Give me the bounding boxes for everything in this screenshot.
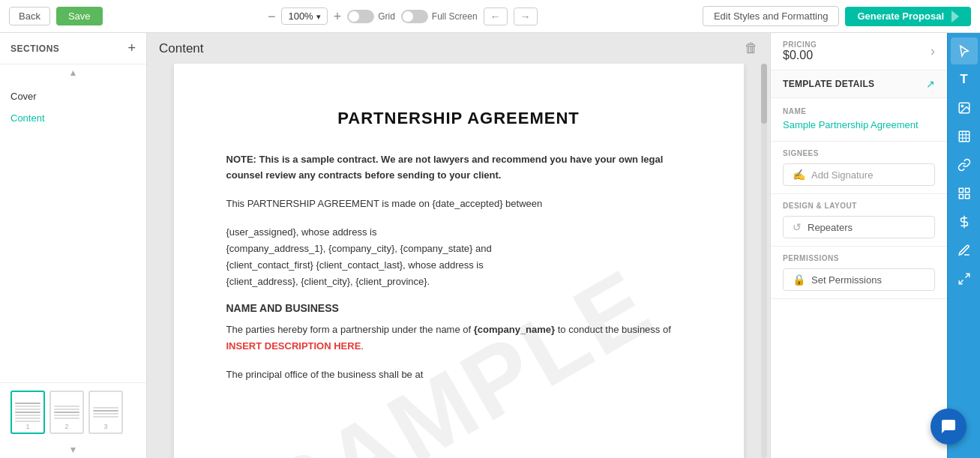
svg-rect-10 — [959, 195, 963, 199]
pricing-expand-icon — [931, 43, 935, 59]
text-icon: T — [960, 72, 967, 87]
toolbar-right: Edit Styles and Formatting Generate Prop… — [703, 6, 971, 26]
pricing-label: PRICING — [783, 40, 817, 49]
svg-point-1 — [961, 105, 963, 106]
grid-label: Grid — [378, 11, 395, 22]
navigate-forward-button[interactable]: → — [514, 7, 538, 25]
content-header: Content 🗑 — [147, 33, 770, 64]
svg-rect-7 — [959, 188, 963, 192]
lock-icon: 🔒 — [793, 274, 805, 286]
content-area: Content 🗑 SAMPLE PARTNERSHIP AGREEMENT N… — [147, 33, 770, 458]
expand-icon-btn[interactable] — [951, 265, 978, 292]
page-thumb-2[interactable]: 2 — [49, 391, 84, 434]
sidebar-left: SECTIONS + ▲ Cover Content 1 — [0, 33, 147, 458]
signees-section: SIGNEES ✍ Add Signature — [771, 142, 947, 194]
cursor-icon-btn[interactable] — [951, 37, 978, 64]
permissions-section: PERMISSIONS 🔒 Set Permissions — [771, 247, 947, 299]
page-thumbnails: 1 2 3 — [0, 382, 146, 442]
generate-label: Generate Proposal — [857, 10, 944, 22]
thumb-num-1: 1 — [25, 423, 29, 430]
svg-rect-2 — [959, 131, 970, 142]
generate-proposal-button[interactable]: Generate Proposal — [845, 7, 971, 26]
chat-bubble-button[interactable] — [931, 409, 967, 445]
edit-styles-button[interactable]: Edit Styles and Formatting — [703, 6, 839, 26]
page-thumb-1[interactable]: 1 — [10, 391, 45, 434]
name-value: Sample Partnership Agreement — [783, 118, 935, 132]
grid-toggle-group: Grid — [347, 10, 395, 23]
add-section-button[interactable]: + — [127, 40, 136, 56]
generate-arrow-icon — [952, 10, 959, 22]
toolbar-center: − 100% + Grid Full Screen ← → — [109, 7, 697, 25]
signees-label: SIGNEES — [783, 149, 935, 157]
repeaters-icon: ↺ — [793, 221, 802, 233]
zoom-display[interactable]: 100% — [281, 7, 327, 25]
repeaters-label: Repeaters — [808, 222, 853, 233]
content-title: Content — [159, 41, 204, 56]
svg-line-13 — [959, 280, 963, 284]
section1-para2: The principal office of the business sha… — [226, 367, 691, 383]
chat-icon — [940, 418, 958, 436]
sidebar-item-content[interactable]: Content — [0, 107, 146, 129]
insert-description-link[interactable]: INSERT DESCRIPTION HERE — [226, 340, 361, 352]
svg-rect-8 — [965, 188, 969, 192]
add-signature-button[interactable]: ✍ Add Signature — [783, 163, 935, 186]
doc-content: PARTNERSHIP AGREEMENT NOTE: This is a sa… — [226, 109, 691, 383]
save-button[interactable]: Save — [56, 7, 103, 25]
template-details-link-icon[interactable]: ↗ — [926, 78, 935, 90]
sidebar-right: PRICING $0.00 TEMPLATE DETAILS ↗ Name Sa… — [770, 33, 980, 458]
doc-page: SAMPLE PARTNERSHIP AGREEMENT NOTE: This … — [174, 64, 744, 458]
pen-icon-btn[interactable] — [951, 237, 978, 264]
fullscreen-toggle-group: Full Screen — [401, 10, 478, 23]
doc-heading: PARTNERSHIP AGREEMENT — [226, 109, 691, 128]
sidebar-item-cover[interactable]: Cover — [0, 85, 146, 107]
signature-icon: ✍ — [793, 169, 805, 181]
fullscreen-label: Full Screen — [432, 11, 478, 22]
page-thumb-3[interactable]: 3 — [88, 391, 123, 434]
doc-para2: {user_assigned}, whose address is {compa… — [226, 224, 691, 290]
section1-title: NAME AND BUSINESS — [226, 302, 691, 314]
template-details-label: TEMPLATE DETAILS — [783, 79, 874, 89]
zoom-in-button[interactable]: + — [334, 10, 342, 23]
sidebar-scroll-down[interactable]: ▼ — [0, 442, 146, 458]
template-name-group: Name Sample Partnership Agreement — [771, 98, 947, 142]
panel-content: PRICING $0.00 TEMPLATE DETAILS ↗ Name Sa… — [771, 33, 947, 458]
dollar-icon-btn[interactable] — [951, 208, 978, 235]
zoom-out-button[interactable]: − — [268, 10, 276, 23]
svg-rect-9 — [965, 195, 969, 199]
image-icon-btn[interactable] — [951, 94, 978, 121]
doc-scroll[interactable]: SAMPLE PARTNERSHIP AGREEMENT NOTE: This … — [147, 64, 770, 458]
zoom-value: 100% — [288, 10, 313, 22]
design-layout-label: DESIGN & LAYOUT — [783, 202, 935, 210]
add-signature-label: Add Signature — [811, 169, 873, 181]
icon-rail: T — [947, 33, 980, 458]
scrollbar-track — [761, 64, 767, 458]
template-details-header: TEMPLATE DETAILS ↗ — [771, 70, 947, 98]
grid-toggle[interactable] — [347, 10, 374, 23]
text-icon-btn[interactable]: T — [951, 66, 978, 93]
doc-note: NOTE: This is a sample contract. We are … — [226, 152, 691, 184]
set-permissions-button[interactable]: 🔒 Set Permissions — [783, 268, 935, 291]
pricing-value: $0.00 — [783, 49, 817, 62]
permissions-label: PERMISSIONS — [783, 254, 935, 262]
table-icon-btn[interactable] — [951, 123, 978, 150]
sidebar-scroll-up[interactable]: ▲ — [0, 64, 146, 81]
anchor-icon-btn[interactable] — [951, 151, 978, 178]
fullscreen-toggle[interactable] — [401, 10, 428, 23]
grid-icon-btn[interactable] — [951, 180, 978, 207]
set-permissions-label: Set Permissions — [811, 274, 882, 286]
navigate-back-button[interactable]: ← — [484, 7, 508, 25]
thumb-num-2: 2 — [64, 423, 68, 430]
sections-label: SECTIONS — [10, 43, 59, 54]
main-layout: SECTIONS + ▲ Cover Content 1 — [0, 33, 980, 458]
design-layout-section: DESIGN & LAYOUT ↺ Repeaters — [771, 194, 947, 247]
zoom-dropdown-icon — [316, 10, 321, 22]
repeaters-button[interactable]: ↺ Repeaters — [783, 216, 935, 238]
section1-para1: The parties hereby form a partnership un… — [226, 322, 691, 355]
svg-line-12 — [965, 274, 969, 277]
pricing-section[interactable]: PRICING $0.00 — [771, 33, 947, 70]
toolbar: Back Save − 100% + Grid Full Screen ← → … — [0, 0, 980, 33]
delete-section-button[interactable]: 🗑 — [745, 40, 758, 56]
scrollbar-thumb[interactable] — [761, 64, 767, 124]
back-button[interactable]: Back — [9, 7, 50, 25]
name-label: Name — [783, 107, 935, 115]
